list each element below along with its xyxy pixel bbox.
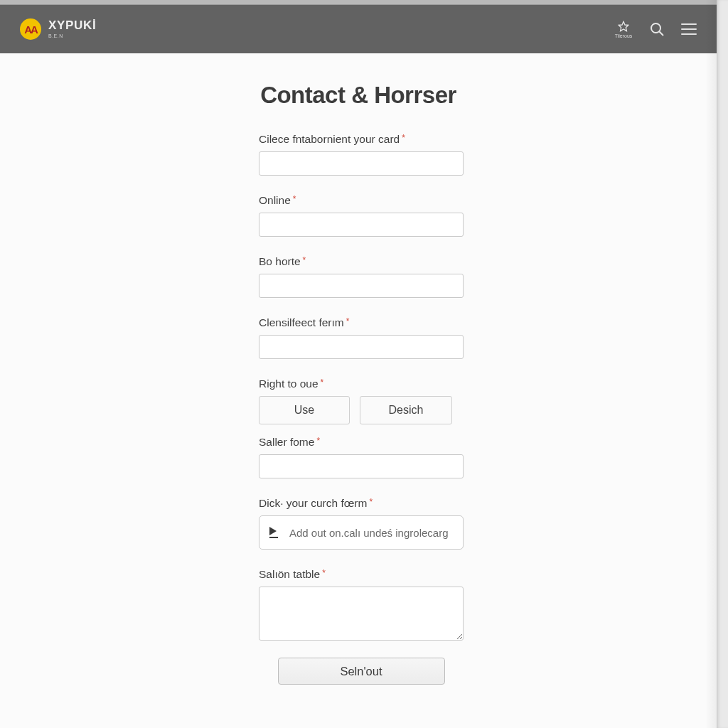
- logo-badge: AA: [20, 18, 41, 40]
- card-input[interactable]: [259, 151, 464, 176]
- label-clens-text: Clensilfeect ferım: [259, 316, 344, 328]
- textarea-input[interactable]: [259, 587, 464, 641]
- hamburger-icon: [681, 23, 697, 35]
- star-icon: [618, 21, 629, 32]
- svg-marker-0: [619, 21, 628, 31]
- brand-text: XYPUKİ B.E.N: [48, 19, 97, 38]
- required-marker: *: [346, 316, 350, 326]
- brand[interactable]: AA XYPUKİ B.E.N: [20, 18, 97, 40]
- label-online: Online*: [259, 194, 464, 207]
- label-saller: Saller fome*: [259, 436, 464, 449]
- window-top-strip: [0, 0, 717, 5]
- field-bohorte: Bo horte*: [259, 255, 464, 298]
- brand-name: XYPUKİ: [48, 19, 97, 32]
- page-title: Contact & Horrser: [0, 82, 717, 109]
- search-icon: [648, 21, 665, 38]
- label-bohorte: Bo horte*: [259, 255, 464, 268]
- submit-button[interactable]: Seln'out: [278, 658, 445, 685]
- label-upload-text: Dick· your curch fœrm: [259, 497, 367, 509]
- submit-row: Seln'out: [259, 658, 464, 685]
- header-bar: AA XYPUKİ B.E.N Tiierous: [0, 5, 717, 53]
- label-card: Cilece fntabornient your card*: [259, 133, 464, 146]
- required-marker: *: [322, 568, 326, 578]
- required-marker: *: [303, 255, 306, 265]
- label-right-text: Right to oue: [259, 378, 318, 390]
- field-textarea: Salıön tatble*: [259, 568, 464, 643]
- upload-box[interactable]: Add out on.calı undeś ingrolecarg: [259, 515, 464, 550]
- favorites-button[interactable]: Tiierous: [614, 21, 633, 38]
- upload-placeholder: Add out on.calı undeś ingrolecarg: [289, 527, 448, 539]
- required-marker: *: [316, 436, 320, 446]
- right-toggle-group: Use Desich: [259, 396, 464, 424]
- main-content: Contact & Horrser Cilece fntabornient yo…: [0, 53, 717, 685]
- label-textarea-text: Salıön tatble: [259, 568, 320, 580]
- field-online: Online*: [259, 194, 464, 237]
- header-actions: Tiierous: [614, 21, 697, 38]
- contact-form: Cilece fntabornient your card* Online* B…: [259, 133, 464, 685]
- field-right: Right to oue* Use Desich: [259, 378, 464, 424]
- field-upload: Dick· your curch fœrm* Add out on.calı u…: [259, 497, 464, 550]
- page: AA XYPUKİ B.E.N Tiierous: [0, 0, 717, 728]
- online-input[interactable]: [259, 213, 464, 237]
- svg-point-1: [651, 23, 660, 33]
- saller-input[interactable]: [259, 454, 464, 478]
- right-option-desich[interactable]: Desich: [360, 396, 452, 424]
- play-icon: [269, 527, 279, 538]
- search-button[interactable]: [648, 21, 665, 38]
- required-marker: *: [369, 497, 373, 507]
- clens-input[interactable]: [259, 335, 464, 359]
- logo-text: AA: [24, 23, 37, 36]
- required-marker: *: [293, 194, 296, 204]
- brand-subtext: B.E.N: [48, 33, 97, 38]
- bohorte-input[interactable]: [259, 274, 464, 298]
- field-saller: Saller fome*: [259, 436, 464, 478]
- field-card: Cilece fntabornient your card*: [259, 133, 464, 176]
- menu-button[interactable]: [681, 23, 697, 35]
- svg-line-2: [659, 31, 663, 36]
- label-textarea: Salıön tatble*: [259, 568, 464, 581]
- required-marker: *: [402, 133, 405, 143]
- label-online-text: Online: [259, 194, 291, 206]
- label-upload: Dick· your curch fœrm*: [259, 497, 464, 510]
- required-marker: *: [321, 378, 324, 387]
- label-clens: Clensilfeect ferım*: [259, 316, 464, 329]
- label-saller-text: Saller fome: [259, 436, 314, 448]
- label-right: Right to oue*: [259, 378, 464, 390]
- field-clens: Clensilfeect ferım*: [259, 316, 464, 359]
- label-bohorte-text: Bo horte: [259, 255, 301, 267]
- favorites-label: Tiierous: [615, 33, 633, 38]
- right-option-use[interactable]: Use: [259, 396, 350, 424]
- label-card-text: Cilece fntabornient your card: [259, 133, 400, 145]
